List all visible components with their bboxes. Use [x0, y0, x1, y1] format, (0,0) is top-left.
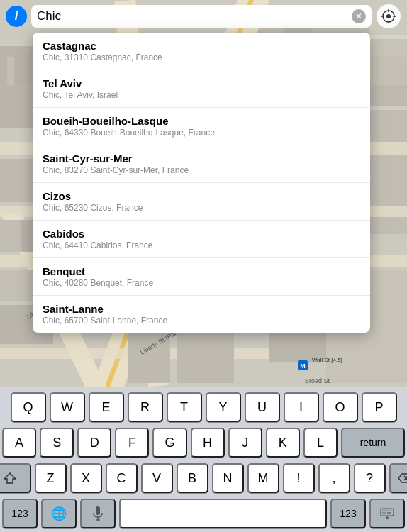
key-![interactable]: ! — [283, 463, 315, 493]
key-b[interactable]: B — [177, 463, 208, 493]
keyboard-row-3: ZXCVBNM!,? — [2, 463, 405, 493]
key-g[interactable]: G — [152, 428, 186, 458]
numbers-key-right[interactable]: 123 — [330, 499, 366, 528]
autocomplete-item[interactable]: Tel Aviv Chic, Tel Aviv, Israel — [33, 70, 370, 108]
autocomplete-item-title: Saint-Cyr-sur-Mer — [43, 153, 360, 165]
key-a[interactable]: A — [2, 428, 36, 458]
key-s[interactable]: S — [40, 428, 74, 458]
svg-rect-90 — [96, 506, 100, 515]
autocomplete-item-title: Tel Aviv — [43, 77, 360, 89]
autocomplete-item-subtitle: Chic, 83270 Saint-Cyr-sur-Mer, France — [43, 165, 360, 175]
info-icon: i — [15, 10, 18, 23]
key-c[interactable]: C — [106, 463, 138, 493]
key-v[interactable]: V — [141, 463, 173, 493]
key-p[interactable]: P — [362, 392, 397, 422]
location-button[interactable] — [376, 4, 401, 29]
autocomplete-item[interactable]: Boueih-Boueilho-Lasque Chic, 64330 Bouei… — [33, 108, 370, 145]
autocomplete-dropdown: Castagnac Chic, 31310 Castagnac, France … — [33, 33, 370, 333]
key-y[interactable]: Y — [206, 392, 241, 422]
keyboard-hide-icon — [380, 508, 394, 519]
svg-text:Broad St: Broad St — [305, 377, 330, 384]
autocomplete-item-title: Cabidos — [43, 228, 360, 240]
autocomplete-item[interactable]: Benquet Chic, 40280 Benquet, France — [33, 258, 370, 296]
hide-keyboard-key[interactable] — [369, 499, 405, 528]
autocomplete-item-title: Saint-Lanne — [43, 303, 360, 315]
numbers-key[interactable]: 123 — [2, 499, 38, 528]
shift-key[interactable] — [0, 463, 31, 493]
autocomplete-item-subtitle: Chic, Tel Aviv, Israel — [43, 90, 360, 100]
key-f[interactable]: F — [115, 428, 149, 458]
backspace-key[interactable] — [389, 463, 408, 493]
key-w[interactable]: W — [50, 392, 85, 422]
key-x[interactable]: X — [70, 463, 102, 493]
return-key[interactable]: return — [341, 428, 405, 458]
autocomplete-item[interactable]: Saint-Lanne Chic, 65700 Saint-Lanne, Fra… — [33, 296, 370, 333]
shift-icon — [4, 472, 16, 484]
key-e[interactable]: E — [89, 392, 124, 422]
key-u[interactable]: U — [245, 392, 280, 422]
key-n[interactable]: N — [212, 463, 244, 493]
key-i[interactable]: I — [284, 392, 319, 422]
autocomplete-item-subtitle: Chic, 64330 Boueih-Boueilho-Lasque, Fran… — [43, 128, 360, 138]
autocomplete-item[interactable]: Cizos Chic, 65230 Cizos, France — [33, 183, 370, 221]
svg-point-82 — [386, 14, 391, 18]
key-l[interactable]: L — [303, 428, 338, 458]
key-z[interactable]: Z — [35, 463, 67, 493]
backspace-icon — [397, 472, 408, 484]
key-r[interactable]: R — [128, 392, 163, 422]
svg-rect-15 — [369, 57, 407, 85]
autocomplete-item-subtitle: Chic, 40280 Benquet, France — [43, 278, 360, 288]
autocomplete-item-title: Boueih-Boueilho-Lasque — [43, 115, 360, 127]
key-j[interactable]: J — [228, 428, 262, 458]
key-m[interactable]: M — [247, 463, 279, 493]
autocomplete-item[interactable]: Cabidos Chic, 64410 Cabidos, France — [33, 221, 370, 258]
globe-key[interactable]: 🌐 — [41, 499, 77, 528]
autocomplete-item-title: Castagnac — [43, 40, 360, 52]
autocomplete-item-subtitle: Chic, 31310 Castagnac, France — [43, 52, 360, 62]
svg-rect-93 — [381, 509, 394, 516]
autocomplete-item-subtitle: Chic, 65700 Saint-Lanne, France — [43, 316, 360, 326]
clear-button[interactable]: ✕ — [352, 9, 366, 23]
search-box: Chic ✕ — [31, 5, 372, 28]
autocomplete-item-subtitle: Chic, 65230 Cizos, France — [43, 203, 360, 213]
keyboard: QWERTYUIOP ASDFGHJKLreturn ZXCVBNM!,? 12… — [0, 387, 407, 532]
clear-icon: ✕ — [355, 11, 362, 21]
mic-key[interactable] — [80, 499, 116, 528]
svg-rect-39 — [177, 326, 234, 383]
keyboard-row-1: QWERTYUIOP — [2, 392, 405, 422]
top-bar: i Chic ✕ — [0, 0, 407, 33]
key-k[interactable]: K — [266, 428, 300, 458]
key-t[interactable]: T — [167, 392, 202, 422]
autocomplete-item[interactable]: Saint-Cyr-sur-Mer Chic, 83270 Saint-Cyr-… — [33, 145, 370, 183]
globe-icon: 🌐 — [51, 506, 67, 521]
keyboard-row-bottom: 123 🌐 123 — [2, 499, 405, 528]
key-?[interactable]: ? — [354, 463, 386, 493]
location-icon — [381, 9, 396, 24]
space-key[interactable] — [119, 499, 327, 528]
autocomplete-item-subtitle: Chic, 64410 Cabidos, France — [43, 240, 360, 250]
autocomplete-item-title: Cizos — [43, 190, 360, 202]
svg-text:Wall St [4,5]: Wall St [4,5] — [312, 357, 342, 363]
info-button[interactable]: i — [6, 6, 27, 27]
autocomplete-item[interactable]: Castagnac Chic, 31310 Castagnac, France — [33, 33, 370, 70]
mic-icon — [92, 506, 104, 521]
autocomplete-item-title: Benquet — [43, 265, 360, 277]
keyboard-row-2: ASDFGHJKLreturn — [2, 428, 405, 458]
key-q[interactable]: Q — [11, 392, 46, 422]
key-d[interactable]: D — [77, 428, 111, 458]
key-,[interactable]: , — [318, 463, 350, 493]
key-h[interactable]: H — [191, 428, 225, 458]
search-text: Chic — [37, 9, 352, 23]
svg-marker-87 — [4, 473, 16, 483]
key-o[interactable]: O — [323, 392, 358, 422]
svg-text:M: M — [300, 362, 306, 370]
